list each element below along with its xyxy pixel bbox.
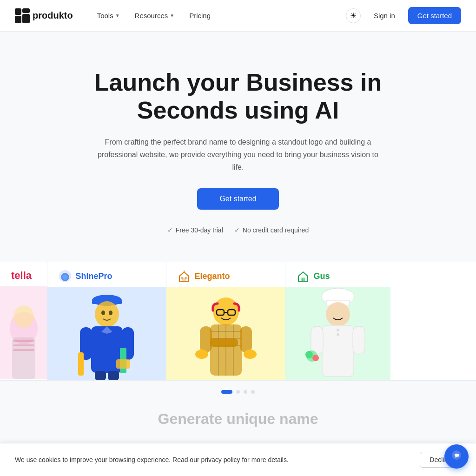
free-trial-badge: ✓ Free 30-day trial [167,226,223,234]
logo-icon [15,8,30,23]
showcase-gusto: Gus [285,262,390,380]
shinepro-brand: ShinePro [47,262,166,287]
hero-badges: ✓ Free 30-day trial ✓ No credit card req… [11,226,465,234]
hero-headline: Launch your Business in Seconds using AI [75,69,401,125]
nav-tools[interactable]: Tools ▼ [92,8,126,23]
pagination-dot-4[interactable] [251,390,255,394]
gusto-person [285,287,390,380]
hero-get-started-button[interactable]: Get started [197,188,278,210]
svg-rect-39 [240,326,252,352]
chevron-down-icon: ▼ [115,13,120,18]
svg-rect-0 [15,8,21,15]
svg-rect-7 [13,344,34,346]
svg-rect-22 [95,371,106,380]
svg-rect-6 [13,340,34,342]
svg-point-55 [305,351,313,358]
svg-rect-5 [12,337,35,379]
handyman-person [184,287,268,380]
showcase-strip: tella ShinePro [0,262,476,381]
check-icon: ✓ [234,226,240,234]
tella-person [0,286,47,379]
no-credit-badge: ✓ No credit card required [234,226,309,234]
shinepro-logo-icon [59,270,72,283]
eleganto-brand: Eleganto [166,262,285,287]
svg-point-56 [312,355,319,361]
svg-rect-40 [210,338,238,347]
section-preview: Generate unique name [0,398,476,446]
nav-right: ☀ Sign in Get started [346,7,461,24]
shinepro-person [47,287,166,380]
svg-point-13 [95,301,119,327]
svg-point-48 [326,302,350,326]
sign-in-link[interactable]: Sign in [368,8,401,23]
nav-resources[interactable]: Resources ▼ [129,8,180,23]
svg-rect-52 [311,326,323,354]
svg-point-51 [337,333,339,336]
svg-rect-21 [116,359,130,369]
check-icon: ✓ [167,226,173,234]
svg-rect-3 [15,16,21,23]
pagination-dot-3[interactable] [244,390,247,394]
hero-section: Launch your Business in Seconds using AI… [0,32,476,262]
tella-brand: tella [0,262,47,286]
svg-point-42 [244,350,257,359]
logo[interactable]: produkto [15,8,73,23]
svg-rect-53 [353,326,365,354]
svg-point-14 [101,311,105,315]
svg-rect-43 [301,278,305,281]
svg-point-15 [109,311,112,315]
svg-rect-1 [22,8,30,13]
gusto-logo-icon [297,270,310,283]
section-title: Generate unique name [11,403,465,428]
cookie-banner: We use cookies to improve your browsing … [0,443,476,446]
nav-get-started-button[interactable]: Get started [408,7,461,24]
showcase-eleganto: Eleganto [166,262,285,380]
sun-icon: ☀ [350,11,357,20]
navbar: produkto Tools ▼ Resources ▼ Pricing ☀ S… [0,0,476,32]
eleganto-person [166,287,285,380]
svg-rect-38 [200,326,212,352]
nav-pricing[interactable]: Pricing [184,8,216,23]
svg-point-41 [195,350,208,359]
theme-toggle-button[interactable]: ☀ [346,8,361,23]
pagination-dot-2[interactable] [236,390,240,394]
eleganto-logo-icon [178,270,191,283]
pagination-dot-1[interactable] [221,390,232,394]
pagination [0,381,476,398]
svg-point-9 [13,305,34,328]
person-silhouette [3,291,45,379]
gusto-brand: Gus [285,262,390,287]
cleaner-person [65,287,149,380]
svg-rect-8 [13,349,34,351]
showcase-shinepro: ShinePro [47,262,166,380]
logo-text: produkto [33,10,73,21]
chef-person [296,287,380,380]
svg-rect-2 [22,14,30,23]
svg-rect-26 [185,277,187,279]
chevron-down-icon: ▼ [170,13,174,18]
svg-rect-49 [322,325,354,377]
svg-rect-25 [181,277,183,279]
showcase-partial-tella: tella [0,262,47,380]
svg-point-50 [337,329,339,331]
hero-subtext: From crafting the perfect brand name to … [94,136,382,174]
svg-rect-19 [78,352,84,376]
nav-links: Tools ▼ Resources ▼ Pricing [92,8,346,23]
svg-rect-23 [108,371,119,380]
